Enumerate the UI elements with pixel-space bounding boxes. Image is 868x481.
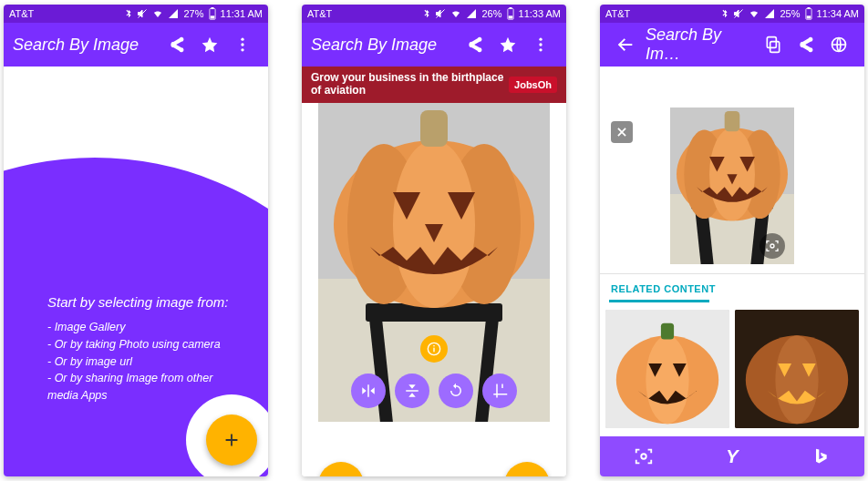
dismiss-image-button[interactable] [611,121,633,143]
svg-point-9 [539,38,542,41]
overflow-menu-button[interactable] [226,28,259,61]
wifi-icon [748,8,760,19]
status-bar: AT&T 25% 11:34 AM [600,5,864,23]
result-item[interactable] [735,310,859,428]
clock-label: 11:34 AM [817,8,859,19]
svg-rect-26 [807,7,810,9]
mute-icon [733,8,744,19]
empty-state: Start by selecting image from: - Image G… [4,67,268,476]
battery-icon [805,7,812,20]
image-info-button[interactable] [420,335,448,363]
svg-point-10 [539,43,542,46]
app-title: Search By Im… [646,26,757,64]
results-grid [600,302,864,436]
copy-button[interactable] [757,28,790,61]
query-image-area [600,67,864,274]
app-title: Search By Image [311,36,459,55]
svg-point-51 [642,454,647,459]
signal-icon [168,8,179,19]
result-item[interactable] [605,310,729,428]
svg-point-3 [241,38,243,41]
battery-icon [209,7,216,20]
query-image[interactable] [670,107,794,264]
clock-label: 11:31 AM [221,8,263,19]
flip-vertical-button[interactable] [395,374,429,408]
back-button[interactable] [609,28,642,61]
share-button[interactable] [160,28,193,61]
section-label: RELATED CONTENT [600,274,864,300]
clock-label: 11:33 AM [519,8,561,19]
open-browser-button[interactable] [822,28,855,61]
wifi-icon [450,8,462,19]
battery-label: 27% [183,8,203,19]
svg-point-5 [241,48,243,51]
svg-rect-16 [420,110,448,147]
rotate-button[interactable] [439,374,473,408]
favorite-button[interactable] [193,28,226,61]
svg-point-4 [241,43,243,46]
phone-screen-2: AT&T 26% 11:33 AM Search By Image Grow y… [302,5,566,476]
tab-lens[interactable] [600,436,688,476]
phone-screen-3: AT&T 25% 11:34 AM Search By Im… [600,5,864,476]
share-button[interactable] [459,28,491,61]
onboarding-line: - Or by image url [47,353,241,371]
crop-button[interactable] [482,374,517,408]
svg-point-39 [770,244,774,248]
search-fab[interactable] [318,462,364,476]
svg-rect-7 [509,7,512,9]
battery-label: 25% [780,8,800,19]
app-bar: Search By Im… [600,23,864,67]
bluetooth-icon [422,8,431,19]
svg-point-11 [539,48,542,51]
svg-rect-2 [210,15,214,18]
carrier-label: AT&T [307,8,332,19]
bluetooth-icon [720,8,729,19]
svg-rect-8 [508,15,512,18]
svg-rect-21 [433,348,434,353]
onboarding-text: Start by selecting image from: - Image G… [47,294,241,404]
phone-screen-1: AT&T 27% 11:31 AM Search By Image [4,5,268,476]
svg-point-34 [709,128,755,220]
share-button[interactable] [790,28,822,61]
signal-icon [466,8,477,19]
bottom-actions [302,460,566,476]
wifi-icon [151,8,164,19]
battery-label: 26% [481,8,501,19]
ad-text: Grow your business in the birthplace of … [311,72,509,97]
overflow-menu-button[interactable] [524,28,557,61]
results-body: RELATED CONTENT [600,67,864,476]
svg-point-48 [775,335,818,424]
carrier-label: AT&T [605,8,630,19]
svg-rect-27 [806,15,811,18]
svg-rect-1 [211,7,213,9]
app-bar: Search By Image [302,23,566,67]
svg-rect-22 [433,345,434,346]
add-image-fab[interactable] [206,414,257,466]
selected-image[interactable] [318,103,550,422]
onboarding-line: - Or by taking Photo using camera [47,336,241,353]
visual-search-button[interactable] [760,233,785,259]
svg-rect-43 [661,323,674,340]
app-title: Search By Image [13,36,160,55]
flip-horizontal-button[interactable] [351,374,386,408]
tab-yahoo[interactable]: Y [688,436,777,476]
search-engine-tabs: Y [600,436,864,476]
mute-icon [137,8,148,19]
ad-banner[interactable]: Grow your business in the birthplace of … [302,67,566,103]
status-bar: AT&T 26% 11:33 AM [302,5,566,23]
battery-icon [507,7,514,20]
favorite-button[interactable] [491,28,524,61]
image-preview-area [302,103,566,476]
status-bar: AT&T 27% 11:31 AM [4,5,268,23]
tab-bing[interactable] [776,436,864,476]
signal-icon [764,8,775,19]
pumpkin-illustration [329,110,539,311]
carrier-label: AT&T [9,8,34,19]
image-tools [351,374,517,408]
svg-rect-35 [725,111,740,131]
add-image-fab[interactable] [504,462,550,476]
app-bar: Search By Image [4,23,268,67]
svg-point-42 [646,335,688,424]
onboarding-lead: Start by selecting image from: [47,294,241,310]
onboarding-line: - Image Gallery [47,319,241,336]
